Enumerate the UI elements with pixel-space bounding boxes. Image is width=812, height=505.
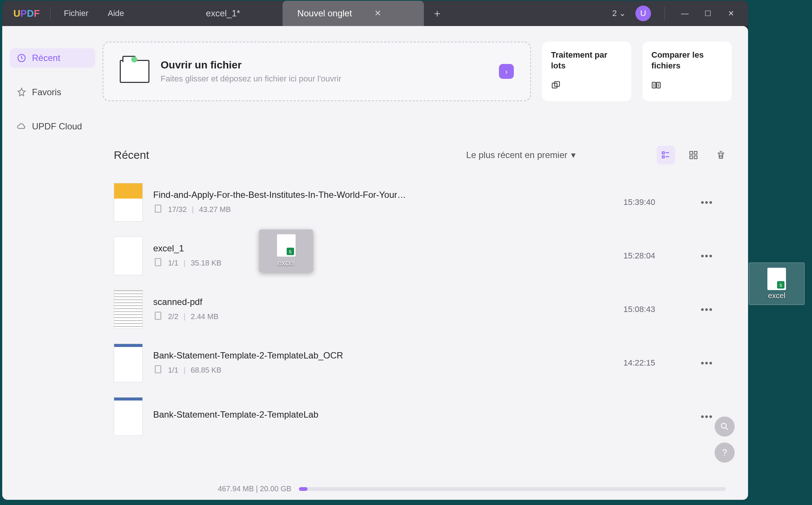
file-more-button[interactable]: ••• [693,197,721,208]
file-meta: 1/1|35.18 KB [153,257,613,269]
tab-excel1[interactable]: excel_1* [164,1,283,26]
file-name: excel_1 [153,243,613,254]
minimize-button[interactable]: — [678,7,692,20]
batch-process-card[interactable]: Traitement par lots [542,42,631,101]
chevron-down-icon: ▾ [571,150,576,160]
file-name: Find-and-Apply-For-the-Best-Institutes-I… [153,190,613,200]
file-name: Bank-Statement-Template-2-TemplateLab [153,409,613,420]
maximize-button[interactable]: ☐ [701,7,715,20]
main-panel: Ouvrir un fichier Faites glisser et dépo… [103,26,748,500]
file-name: scanned-pdf [153,297,613,307]
storage-bar: 467.94 MB | 20.00 GB [218,485,726,493]
storage-text: 467.94 MB | 20.00 GB [218,485,291,493]
file-row[interactable]: Find-and-Apply-For-the-Best-Institutes-I… [103,176,732,229]
recent-section: Récent Le plus récent en premier ▾ [103,146,732,500]
svg-rect-10 [694,156,697,159]
file-row[interactable]: Bank-Statement-Template-2-TemplateLab_OC… [103,336,732,390]
file-meta: 2/2|2.44 MB [153,311,613,322]
svg-point-15 [721,423,726,428]
user-avatar[interactable]: U [635,6,651,21]
sidebar-item-label: Récent [32,53,60,63]
clock-icon [16,53,27,63]
file-time: 15:08:43 [624,305,683,314]
file-thumbnail [114,183,143,222]
svg-rect-7 [690,151,693,154]
file-name: Bank-Statement-Template-2-TemplateLab_OC… [153,350,613,361]
grid-view-button[interactable] [684,146,703,164]
sidebar-item-cloud[interactable]: UPDF Cloud [10,117,95,136]
file-more-button[interactable]: ••• [693,304,721,315]
cloud-icon [16,121,27,132]
file-time: 14:22:15 [624,358,683,368]
sidebar-item-favorites[interactable]: Favoris [10,83,95,102]
menu-file[interactable]: Fichier [54,9,98,18]
sidebar-item-label: Favoris [32,87,61,97]
card-title: Comparer les fichiers [651,50,723,71]
close-icon[interactable]: ✕ [374,9,381,18]
compare-files-card[interactable]: Comparer les fichiers [642,42,732,101]
compare-icon [651,78,723,93]
app-logo: UPDF [7,8,46,19]
page-icon [153,311,163,322]
file-row[interactable]: Bank-Statement-Template-2-TemplateLab••• [103,390,732,443]
app-window: UPDF Fichier Aide excel_1* Nouvel onglet… [2,1,748,500]
desktop-file-label: excel [768,292,786,300]
separator [50,7,51,20]
search-button[interactable] [715,416,735,437]
file-row[interactable]: excel_11/1|35.18 KB15:28:04••• [103,229,732,283]
close-window-button[interactable]: ✕ [724,7,738,20]
open-file-hint: Faites glisser et déposez un fichier ici… [161,74,341,84]
svg-rect-9 [690,156,693,159]
sidebar-item-label: UPDF Cloud [32,121,82,132]
file-thumbnail [114,344,143,382]
desktop-file-excel[interactable]: excel [749,263,805,305]
svg-rect-14 [155,366,161,373]
sort-label: Le plus récent en premier [466,150,567,160]
page-icon [153,257,163,269]
menu-help[interactable]: Aide [98,9,134,18]
sort-dropdown[interactable]: Le plus récent en premier ▾ [466,150,576,160]
chevron-right-icon[interactable]: › [499,64,514,79]
separator [664,7,665,20]
svg-rect-5 [662,152,664,154]
tab-count-dropdown[interactable]: 2⌄ [612,9,626,18]
tab-new[interactable]: Nouvel onglet ✕ [283,1,424,26]
file-list: Find-and-Apply-For-the-Best-Institutes-I… [103,176,732,500]
sidebar: Récent Favoris UPDF Cloud [2,26,103,500]
recent-heading: Récent [114,149,149,161]
file-thumbnail [114,290,143,329]
folder-icon [120,60,149,83]
svg-rect-11 [155,205,161,212]
batch-icon [551,78,622,93]
sidebar-item-recent[interactable]: Récent [10,48,95,68]
drag-label: excel [277,259,295,267]
new-tab-button[interactable]: ＋ [424,6,451,20]
file-thumbnail [114,397,143,436]
tab-label: excel_1* [206,8,240,19]
drag-ghost-file: excel [259,229,313,272]
delete-button[interactable] [712,146,730,164]
file-more-button[interactable]: ••• [693,357,721,369]
open-file-title: Ouvrir un fichier [161,59,341,71]
file-thumbnail [114,237,143,275]
tab-label: Nouvel onglet [297,8,352,19]
card-title: Traitement par lots [551,50,622,71]
excel-file-icon [767,268,786,290]
help-button[interactable]: ? [715,443,735,463]
file-time: 15:28:04 [624,251,683,261]
chevron-down-icon: ⌄ [619,9,626,18]
file-row[interactable]: scanned-pdf2/2|2.44 MB15:08:43••• [103,283,732,336]
file-meta: 1/1|68.85 KB [153,364,613,376]
content-area: Récent Favoris UPDF Cloud Ouvr [2,26,748,500]
storage-progress [299,487,726,491]
title-bar: UPDF Fichier Aide excel_1* Nouvel onglet… [2,1,748,26]
svg-rect-8 [694,151,697,154]
file-more-button[interactable]: ••• [693,250,721,262]
open-file-dropzone[interactable]: Ouvrir un fichier Faites glisser et dépo… [103,42,531,101]
svg-rect-12 [155,258,161,266]
file-meta: 17/32|43.27 MB [153,204,613,215]
list-view-button[interactable] [657,146,675,164]
page-icon [153,364,163,376]
page-icon [153,204,163,215]
star-icon [16,87,27,97]
